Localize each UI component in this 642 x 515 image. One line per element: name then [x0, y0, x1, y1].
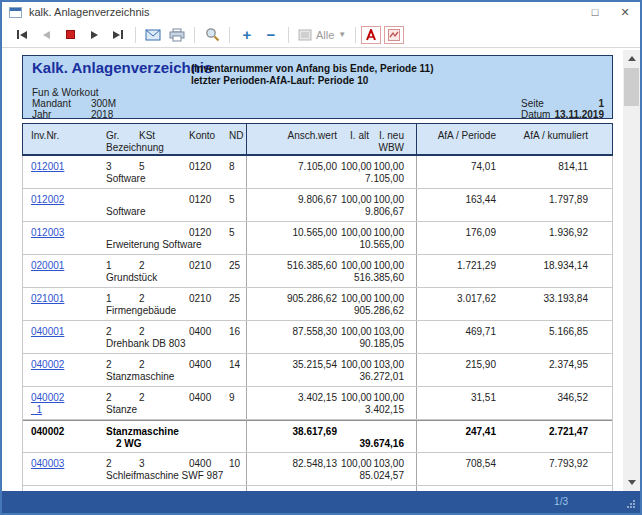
scroll-down-button[interactable] [623, 474, 640, 491]
cell-ansch-wert: 38.617,69 [251, 426, 337, 437]
jahr-label: Jahr [32, 109, 51, 120]
next-page-icon [91, 31, 98, 39]
first-page-button[interactable] [10, 25, 34, 45]
inv-nr-suffix[interactable]: _1 [31, 404, 42, 415]
close-button[interactable]: ✕ [610, 2, 640, 22]
cell-konto: 0400 [189, 458, 211, 469]
inv-nr-link[interactable]: 040002 [31, 392, 64, 403]
cell-kst: 3 [139, 458, 145, 469]
cell-i-neu: 103,00 [369, 458, 404, 469]
cell-afa-kumuliert: 814,11 [501, 161, 588, 172]
header-divider [246, 124, 247, 154]
cell-afa-periode: 215,90 [421, 359, 496, 370]
cell-afa-kumuliert: 18.934,14 [501, 260, 588, 271]
window-title: kalk. Anlagenverzeichnis [29, 6, 149, 18]
cell-bezeichnung-line2: Firmengebäude [106, 305, 176, 316]
chevron-down-icon: ▼ [338, 30, 346, 39]
report-subtitle-2: letzter Perioden-AfA-Lauf: Periode 10 [191, 75, 368, 86]
inv-nr-link[interactable]: 040003 [31, 458, 64, 469]
cell-bezeichnung: Stanzmaschine [106, 426, 179, 437]
report-table-body: 012001 3 5 0120 8 7.105,00 100,00 100,00… [22, 156, 613, 491]
page-scope-dropdown[interactable]: Alle ▼ [294, 29, 350, 41]
cell-wbw: 39.674,16 [251, 438, 404, 449]
table-row: 020001 1 2 0210 25 516.385,60 100,00 100… [23, 255, 612, 288]
cell-bezeichnung-line2: Stanzmaschine [106, 371, 174, 382]
col-ansch-wert: Ansch.wert [251, 130, 337, 141]
report-viewport: Kalk. Anlagenverzeichnis (Inventarnummer… [2, 50, 640, 491]
stop-button[interactable] [58, 25, 82, 45]
toolbar-separator [355, 27, 356, 43]
cell-i-alt: 100,00 [341, 227, 369, 238]
cell-ansch-wert: 10.565,00 [251, 227, 337, 238]
cell-afa-periode: 31,51 [421, 392, 496, 403]
inv-nr-link[interactable]: 012002 [31, 194, 64, 205]
cell-i-alt: 100,00 [341, 458, 369, 469]
cell-konto: 0120 [189, 227, 211, 238]
cell-afa-periode: 469,71 [421, 326, 496, 337]
export-pdf-button[interactable] [361, 26, 381, 44]
toolbar: + − Alle ▼ [2, 22, 640, 48]
cell-konto: 0120 [189, 194, 211, 205]
cell-ansch-wert: 7.105,00 [251, 161, 337, 172]
col-i-alt: I. alt [341, 130, 369, 141]
inv-nr-link[interactable]: 040002 [31, 359, 64, 370]
cell-nd: 25 [229, 293, 240, 304]
cell-wbw: 3.402,15 [251, 404, 404, 415]
email-icon [145, 28, 161, 41]
report-page: Kalk. Anlagenverzeichnis (Inventarnummer… [22, 55, 613, 491]
cell-wbw: 85.024,57 [251, 470, 404, 481]
vertical-scrollbar[interactable] [623, 50, 640, 491]
inv-nr-link[interactable]: 012001 [31, 161, 64, 172]
inv-nr-link[interactable]: 012003 [31, 227, 64, 238]
inv-nr-link[interactable]: 040001 [31, 326, 64, 337]
cell-gr: 1 [106, 293, 112, 304]
cell-bezeichnung-line2: 2 WG [106, 438, 142, 449]
zoom-out-button[interactable]: − [259, 25, 283, 45]
cell-i-alt: 100,00 [341, 161, 369, 172]
resize-grip-icon[interactable] [626, 499, 636, 509]
print-button[interactable] [165, 25, 189, 45]
inv-nr-link[interactable]: 020001 [31, 260, 64, 271]
first-page-icon [17, 30, 19, 39]
cell-afa-periode: 3.017,62 [421, 293, 496, 304]
cell-afa-periode: 176,09 [421, 227, 496, 238]
next-page-button[interactable] [82, 25, 106, 45]
zoom-button[interactable] [200, 25, 224, 45]
cell-i-neu: 100,00 [369, 392, 404, 403]
cell-nd: 16 [229, 326, 240, 337]
scrollbar-thumb[interactable] [624, 68, 639, 106]
previous-page-button[interactable] [34, 25, 58, 45]
maximize-button[interactable]: □ [580, 2, 610, 22]
toolbar-separator [135, 27, 136, 43]
email-button[interactable] [141, 25, 165, 45]
cell-afa-kumuliert: 346,52 [501, 392, 588, 403]
scroll-up-button[interactable] [623, 50, 640, 67]
col-inv-nr: Inv.Nr. [31, 130, 59, 141]
col-kst: KSt [139, 130, 155, 141]
inv-nr-link[interactable]: 040002 [31, 426, 64, 437]
cell-i-neu: 100,00 [369, 227, 404, 238]
inv-nr-link[interactable]: 021001 [31, 293, 64, 304]
cell-kst: 2 [139, 359, 145, 370]
toolbar-separator [229, 27, 230, 43]
last-page-button[interactable] [106, 25, 130, 45]
zoom-in-button[interactable]: + [235, 25, 259, 45]
cell-bezeichnung-line2: Erweiterung Software [106, 239, 202, 250]
report-header: Kalk. Anlagenverzeichnis (Inventarnummer… [22, 55, 613, 119]
cell-gr: 2 [106, 359, 112, 370]
cell-i-alt: 100,00 [341, 359, 369, 370]
cell-afa-kumuliert: 1.797,89 [501, 194, 588, 205]
export-report-button[interactable] [384, 26, 404, 44]
cell-kst: 2 [139, 392, 145, 403]
cell-nd: 8 [229, 161, 235, 172]
col-afa-periode: AfA / Periode [421, 130, 496, 141]
jahr-value: 2018 [91, 109, 113, 120]
plus-icon: + [243, 28, 252, 42]
cell-i-neu: 100,00 [369, 161, 404, 172]
cell-ansch-wert: 905.286,62 [251, 293, 337, 304]
titlebar: kalk. Anlagenverzeichnis □ ✕ [2, 2, 640, 22]
pdf-icon [365, 29, 377, 41]
cell-wbw: 9.806,67 [251, 206, 404, 217]
cell-afa-kumuliert: 5.166,85 [501, 326, 588, 337]
cell-wbw: 10.565,00 [251, 239, 404, 250]
